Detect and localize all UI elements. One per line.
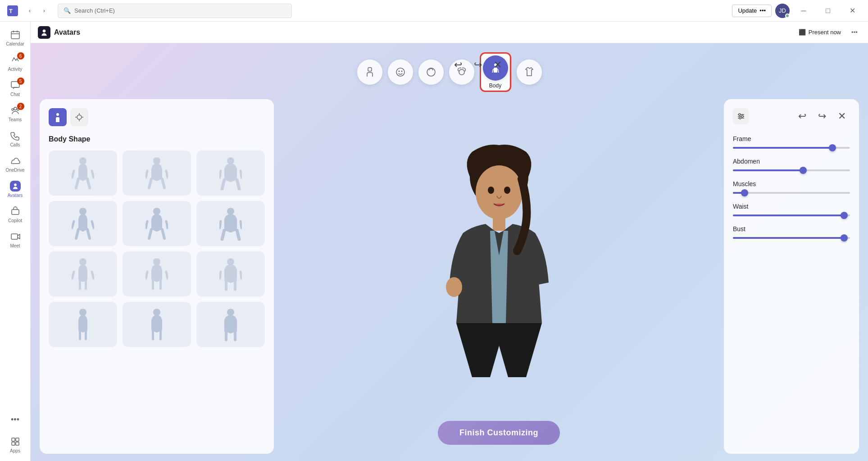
sidebar-item-meet[interactable]: Meet bbox=[3, 227, 28, 252]
avatars-app-icon bbox=[38, 26, 50, 39]
update-label: Update bbox=[738, 7, 757, 14]
sidebar-item-teams[interactable]: 2 Teams bbox=[3, 101, 28, 126]
body-shape-item[interactable] bbox=[123, 302, 191, 347]
svg-point-51 bbox=[153, 309, 160, 316]
sidebar-item-calls[interactable]: Calls bbox=[3, 126, 28, 151]
header-more-button[interactable]: ••• bbox=[848, 26, 861, 39]
body-shape-item[interactable] bbox=[49, 151, 117, 196]
undo-button[interactable]: ↩ bbox=[450, 57, 466, 73]
body-figure-6 bbox=[217, 205, 244, 242]
panel-redo-button[interactable]: ↪ bbox=[814, 108, 830, 124]
panel-tab-accessories[interactable] bbox=[70, 108, 88, 126]
redo-button[interactable]: ↪ bbox=[470, 57, 486, 73]
svg-point-19 bbox=[396, 68, 404, 76]
frame-fill bbox=[733, 147, 832, 149]
abdomen-fill bbox=[733, 169, 803, 171]
forward-button[interactable]: › bbox=[38, 5, 50, 17]
filter-button[interactable] bbox=[733, 108, 749, 124]
abdomen-slider[interactable] bbox=[733, 169, 850, 171]
body-shape-item[interactable] bbox=[123, 251, 191, 297]
bust-slider-section: Bust bbox=[733, 225, 850, 239]
finish-customizing-button[interactable]: Finish Customizing bbox=[438, 421, 560, 445]
toolbar-face-button[interactable] bbox=[388, 59, 413, 85]
sidebar-item-copilot[interactable]: Copilot bbox=[3, 202, 28, 227]
toolbar-body-shape-button[interactable] bbox=[357, 59, 382, 85]
body-shape-item[interactable] bbox=[49, 302, 117, 347]
svg-point-59 bbox=[488, 187, 494, 194]
sidebar-item-apps[interactable]: Apps bbox=[3, 432, 28, 457]
body-figure-11 bbox=[143, 306, 170, 342]
bust-slider[interactable] bbox=[733, 237, 850, 239]
body-figure-9 bbox=[217, 256, 244, 292]
sidebar-item-calendar[interactable]: Calendar bbox=[3, 25, 28, 50]
sidebar-item-chat[interactable]: 5 Chat bbox=[3, 76, 28, 101]
minimize-button[interactable]: ─ bbox=[793, 4, 814, 18]
body-shape-item[interactable] bbox=[196, 201, 265, 246]
center-area: Finish Customizing bbox=[274, 99, 724, 454]
back-button[interactable]: ‹ bbox=[23, 5, 36, 17]
svg-rect-46 bbox=[225, 278, 227, 291]
abdomen-thumb[interactable] bbox=[800, 167, 807, 174]
left-panel: Body Shape bbox=[40, 99, 274, 454]
update-button[interactable]: Update ••• bbox=[732, 5, 772, 17]
panel-tab-body[interactable] bbox=[49, 108, 67, 126]
sidebar-item-onedrive[interactable]: OneDrive bbox=[3, 151, 28, 177]
sidebar-item-activity[interactable]: 6 Activity bbox=[3, 50, 28, 76]
body-figure-4 bbox=[69, 205, 96, 242]
svg-rect-13 bbox=[12, 438, 15, 441]
muscles-slider[interactable] bbox=[733, 192, 850, 194]
sidebar: Calendar 6 Activity 5 Chat 2 bbox=[0, 22, 31, 461]
svg-point-66 bbox=[739, 114, 741, 115]
frame-slider[interactable] bbox=[733, 147, 850, 149]
panel-close-button[interactable]: ✕ bbox=[834, 108, 850, 124]
muscles-thumb[interactable] bbox=[741, 189, 748, 196]
bust-fill bbox=[733, 237, 844, 239]
panel-section-title: Body Shape bbox=[49, 135, 265, 143]
svg-point-67 bbox=[741, 115, 743, 117]
toolbar-close-button[interactable]: ✕ bbox=[490, 57, 506, 73]
body-shape-item[interactable] bbox=[123, 201, 191, 246]
toolbar-head-button[interactable] bbox=[418, 59, 444, 85]
body-shape-item[interactable] bbox=[49, 251, 117, 297]
svg-rect-47 bbox=[234, 278, 236, 291]
body-shape-item[interactable] bbox=[196, 151, 265, 196]
header-right: ⬛ Present now ••• bbox=[795, 26, 861, 39]
svg-point-68 bbox=[739, 117, 741, 119]
bust-thumb[interactable] bbox=[841, 234, 848, 242]
svg-rect-18 bbox=[368, 68, 372, 71]
body-shape-item[interactable] bbox=[196, 302, 265, 347]
body-shape-item[interactable] bbox=[49, 201, 117, 246]
teams-logo: T bbox=[5, 4, 20, 18]
undo-redo-panel: ↩ ↪ ✕ bbox=[794, 108, 850, 124]
panel-undo-button[interactable]: ↩ bbox=[794, 108, 810, 124]
waist-thumb[interactable] bbox=[841, 212, 848, 219]
toolbar-outfit-wrap bbox=[517, 59, 542, 85]
title-bar: T ‹ › 🔍 Search (Ctrl+E) Update ••• JD ─ … bbox=[0, 0, 868, 22]
toolbar-face-wrap bbox=[388, 59, 413, 85]
waist-fill bbox=[733, 215, 844, 216]
svg-point-58 bbox=[476, 165, 523, 219]
body-figure-5 bbox=[143, 205, 170, 242]
toolbar-outfit-button[interactable] bbox=[517, 59, 542, 85]
svg-rect-12 bbox=[11, 234, 18, 239]
user-avatar[interactable]: JD bbox=[775, 4, 790, 18]
body-shape-item[interactable] bbox=[196, 251, 265, 297]
avatar-3d-render bbox=[427, 143, 571, 377]
svg-point-33 bbox=[79, 157, 86, 164]
maximize-button[interactable]: □ bbox=[818, 4, 838, 18]
content-area: Body ↩ ↪ ✕ bbox=[31, 43, 868, 461]
sidebar-teams-label: Teams bbox=[9, 117, 22, 122]
body-shape-item[interactable] bbox=[123, 151, 191, 196]
sidebar-item-avatars[interactable]: Avatars bbox=[3, 177, 28, 202]
svg-point-27 bbox=[56, 113, 59, 116]
waist-slider[interactable] bbox=[733, 215, 850, 216]
close-window-button[interactable]: ✕ bbox=[842, 4, 863, 18]
right-panel-header: ↩ ↪ ✕ bbox=[733, 108, 850, 124]
sidebar-item-more[interactable]: ••• bbox=[3, 407, 28, 432]
muscles-label: Muscles bbox=[733, 180, 850, 187]
sidebar-chat-label: Chat bbox=[10, 92, 20, 97]
present-now-button[interactable]: ⬛ Present now bbox=[795, 27, 845, 37]
frame-thumb[interactable] bbox=[829, 144, 836, 151]
search-bar[interactable]: 🔍 Search (Ctrl+E) bbox=[58, 4, 292, 18]
meet-icon bbox=[10, 231, 21, 242]
